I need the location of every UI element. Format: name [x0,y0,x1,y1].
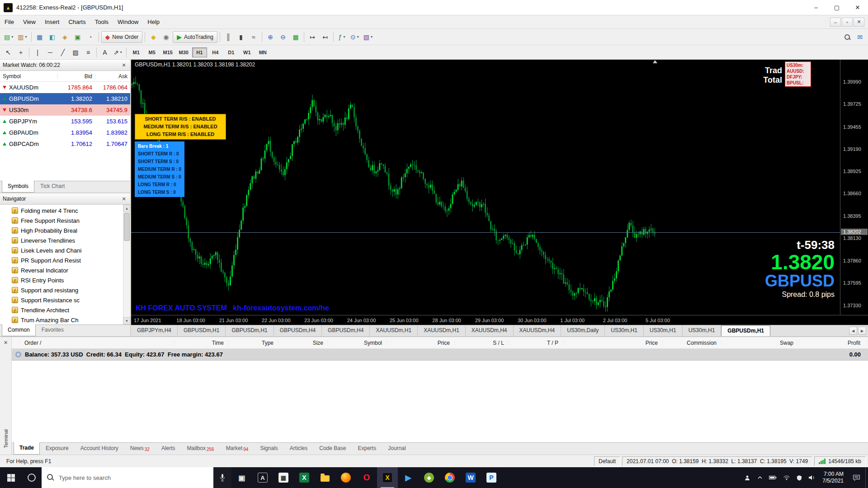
terminal-tab-exposure[interactable]: Exposure [40,443,75,455]
terminal-column-swap[interactable]: Swap [722,340,798,346]
date-label[interactable]: 29 Jun 03:00 [475,318,504,323]
taskbar-app-excel[interactable]: X [294,467,315,488]
taskbar-app-ime[interactable]: A [252,467,273,488]
market-watch-row-gbpcadm[interactable]: GBPCADm1.706121.70647 [0,138,130,150]
terminal-tab-code-base[interactable]: Code Base [313,443,352,455]
options-button[interactable]: ◉ [160,31,172,43]
timeframe-m5-button[interactable]: M5 [145,47,160,57]
taskbar-app-wechat[interactable]: ◆ [419,467,439,488]
text-button[interactable]: A [99,47,111,58]
terminal-tab-market[interactable]: Market94 [220,443,255,455]
terminal-column-price[interactable]: Price [563,340,663,346]
navigator-tab-common[interactable]: Common [2,324,36,336]
terminal-column-profit[interactable]: Profit [798,340,868,346]
market-watch-row-us30m[interactable]: US30m34738.634745.9 [0,104,130,116]
autotrading-button[interactable]: ▶AutoTrading [173,31,217,43]
date-label[interactable]: 23 Jun 03:00 [304,318,333,323]
menu-item-file[interactable]: File [0,16,19,28]
timeframe-mn-button[interactable]: MN [255,47,270,57]
mdi-close-button[interactable]: ✕ [854,18,864,27]
market-watch-tab-symbols[interactable]: Symbols [2,181,34,192]
tab-scroll-left-icon[interactable]: ◀ [849,327,857,335]
terminal-column-price[interactable]: Price [387,340,455,346]
menu-item-tools[interactable]: Tools [90,16,113,28]
timeframe-h1-button[interactable]: H1 [192,47,207,57]
menu-item-charts[interactable]: Charts [64,16,90,28]
navigator-button[interactable]: ◈ [59,31,71,43]
navigator-close-icon[interactable]: ✕ [120,195,127,202]
auto-scroll-button[interactable]: ↦ [307,31,318,43]
status-profile[interactable]: Default [594,456,620,466]
scrollbar-track[interactable] [123,212,130,317]
chart-tab-gbpusdm-h1-2[interactable]: GBPUSDm,H1 [226,325,274,336]
cursor-button[interactable]: ↖ [2,47,14,58]
timeframe-d1-button[interactable]: D1 [224,47,239,57]
date-label[interactable]: 21 Jun 03:00 [219,318,248,323]
terminal-close-icon[interactable]: ✕ [2,339,9,346]
fibonacci-button[interactable]: ≡ [82,47,94,58]
market-watch-row-gbpjpym[interactable]: GBPJPYm153.595153.615 [0,116,130,127]
horizontal-line-button[interactable]: ─ [44,47,56,58]
chart-shift-button[interactable]: ↤ [319,31,331,43]
mdi-restore-button[interactable]: ▫ [842,18,853,27]
volume-icon[interactable] [805,467,819,488]
community-button[interactable]: ✉ [854,31,866,43]
arrows-button[interactable]: ⇗▾ [112,47,124,58]
mdi-minimize-button[interactable]: – [830,18,841,27]
chart-tab-us30m-h1-11[interactable]: US30m,H1 [644,325,683,336]
chart-tab-xauusdm-h4-8[interactable]: XAUUSDm,H4 [514,325,561,336]
price-scale[interactable]: 1.399901.397251.394551.391901.389251.386… [840,60,868,315]
terminal-tab-mailbox[interactable]: Mailbox256 [181,443,220,455]
market-watch-row-xauusdm[interactable]: XAUUSDm1785.8641786.064 [0,82,130,93]
scrollbar-thumb[interactable] [124,213,130,241]
timeframe-m15-button[interactable]: M15 [160,47,175,57]
terminal-column-commission[interactable]: Commission [663,340,722,346]
market-watch-column-ask[interactable]: Ask [95,73,130,80]
tile-windows-button[interactable]: ▦ [290,31,302,43]
balance-row[interactable]: Balance: 357.33 USD Credit: 66.34 Equity… [12,349,868,361]
menu-item-insert[interactable]: Insert [40,16,64,28]
terminal-column-s-l[interactable]: S / L [455,340,509,346]
chart-tab-xauusdm-h1-6[interactable]: XAUUSDm,H1 [418,325,466,336]
battery-icon[interactable] [766,467,780,488]
date-label[interactable]: 28 Jun 03:00 [432,318,461,323]
terminal-column-time[interactable]: Time [175,340,229,346]
scroll-up-icon[interactable]: ▲ [123,205,130,212]
close-button[interactable]: ✕ [847,0,868,15]
bar-chart-button[interactable]: ║ [222,31,234,43]
periods-button[interactable]: ⊙▾ [349,31,361,43]
terminal-tab-alerts[interactable]: Alerts [156,443,181,455]
date-label[interactable]: 24 Jun 03:00 [347,318,376,323]
terminal-tab-articles[interactable]: Articles [284,443,313,455]
search-symbol-button[interactable] [841,31,853,43]
navigator-item-lisek-levels-and-chani[interactable]: ƒLisek Levels and Chani [12,245,123,255]
navigator-item-folding-meter-4-trenc[interactable]: ƒFolding meter 4 Trenc [12,206,123,216]
navigator-item-trum-amazing-bar-ch[interactable]: ƒTrum Amazing Bar Ch [12,315,123,324]
minimize-button[interactable]: – [806,0,826,15]
taskbar-app-exness-mt4[interactable]: X [377,467,398,488]
terminal-button[interactable]: ▣ [72,31,84,43]
mic-button[interactable] [213,467,231,488]
date-label[interactable]: 22 Jun 03:00 [262,318,291,323]
tab-scroll-right-icon[interactable]: ▶ [858,327,866,335]
date-label[interactable]: 1 Jul 03:00 [560,318,585,323]
chart-tab-us30m-daily-9[interactable]: US30m,Daily [561,325,605,336]
navigator-item-free-support-resistan[interactable]: ƒFree Support Resistan [12,216,123,225]
profiles-button[interactable]: ▥▾ [16,31,28,43]
data-window-button[interactable]: ◧ [47,31,58,43]
market-watch-row-gbpaudm[interactable]: GBPAUDm1.839541.83982 [0,127,130,138]
taskbar-search-input[interactable] [42,467,213,488]
line-chart-button[interactable]: ≈ [248,31,259,43]
timeframe-h4-button[interactable]: H4 [208,47,223,57]
metaeditor-button[interactable]: ◆ [147,31,159,43]
terminal-tab-experts[interactable]: Experts [352,443,382,455]
strategy-tester-button[interactable]: ◔ [85,31,96,43]
chevron-up-icon[interactable] [754,467,766,488]
market-watch-column-bid[interactable]: Bid [57,73,95,80]
start-button[interactable] [0,467,22,488]
market-watch-header[interactable]: Market Watch: 06:00:22 ✕ [0,60,130,71]
candlestick-button[interactable]: ▮ [235,31,247,43]
navigator-item-support-and-resistang[interactable]: ƒSupport and resistang [12,285,123,295]
terminal-column-t-p[interactable]: T / P [509,340,563,346]
wifi-icon[interactable] [780,467,793,488]
